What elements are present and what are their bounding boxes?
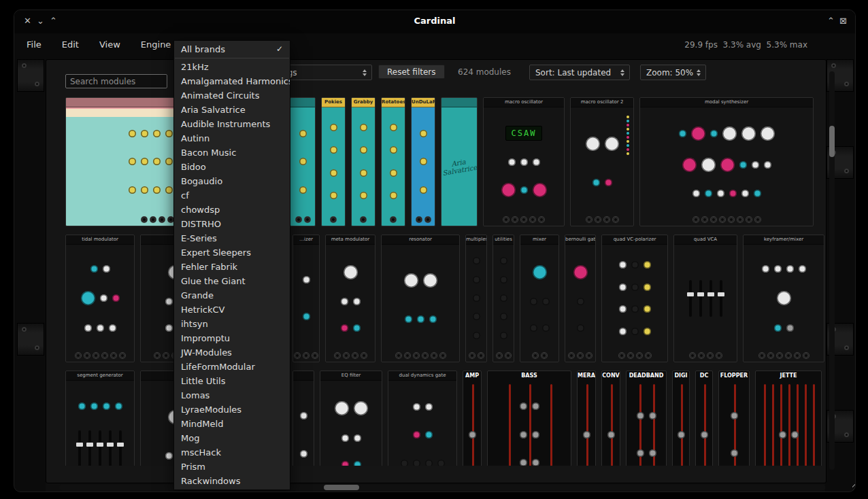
module-card[interactable] xyxy=(293,371,314,466)
module-card[interactable]: JETTE xyxy=(755,371,822,466)
module-card[interactable]: FLOPPER xyxy=(718,371,750,466)
jack-port xyxy=(786,353,791,358)
module-panel: CSAW xyxy=(484,107,564,216)
brand-menu-item[interactable]: ihtsyn xyxy=(174,317,290,331)
module-card[interactable]: Pokies xyxy=(321,97,346,226)
module-card[interactable]: tidal modulator xyxy=(65,235,135,362)
brand-menu-item[interactable]: chowdsp xyxy=(174,203,290,217)
menu-edit[interactable]: Edit xyxy=(61,38,80,51)
zoom-dropdown[interactable]: Zoom: 50% xyxy=(640,65,706,80)
brand-menu-item[interactable]: Impromptu xyxy=(174,331,290,345)
brand-menu-item-label: cf xyxy=(181,188,189,203)
brand-menu-item[interactable]: Autinn xyxy=(174,131,290,145)
brand-menu-item[interactable]: Little Utils xyxy=(174,374,290,388)
module-card[interactable]: macro oscillatorCSAW xyxy=(483,97,565,226)
module-card[interactable]: bernoulli gate xyxy=(565,235,596,362)
knob xyxy=(413,403,420,411)
knob xyxy=(109,324,116,332)
brand-menu-item[interactable]: Bacon Music xyxy=(174,145,290,160)
knob xyxy=(754,190,761,197)
module-card[interactable]: keyframer/mixer xyxy=(743,235,824,362)
reset-filters-button[interactable]: Reset filters xyxy=(378,65,445,79)
menu-view[interactable]: View xyxy=(98,38,122,51)
module-panel xyxy=(488,380,571,466)
knob xyxy=(637,412,644,419)
brand-menu-item[interactable]: Mog xyxy=(174,431,290,445)
search-input[interactable] xyxy=(65,74,167,88)
module-card[interactable]: BASS xyxy=(487,371,571,466)
brand-menu-item[interactable]: mscHack xyxy=(174,445,290,460)
module-card[interactable]: …izer xyxy=(293,235,320,362)
jack-port xyxy=(699,353,704,358)
brand-menu-item[interactable]: LifeFormModular xyxy=(174,360,290,374)
knob xyxy=(731,412,738,419)
module-card[interactable]: AMP xyxy=(463,371,482,466)
knob xyxy=(701,431,708,438)
module-card[interactable]: quad VCA xyxy=(673,235,737,362)
brand-menu-item[interactable]: Grande xyxy=(174,288,290,303)
brand-menu-item[interactable]: All brands✓ xyxy=(174,42,290,56)
vertical-scrollbar[interactable] xyxy=(829,71,835,470)
knob xyxy=(153,186,161,194)
close-box-icon[interactable]: ⊠ xyxy=(839,16,847,27)
brand-menu-item[interactable]: cf xyxy=(174,188,290,203)
jack-port xyxy=(295,353,300,358)
module-card[interactable]: dual dynamics gate xyxy=(388,371,457,466)
module-card[interactable]: DC xyxy=(695,371,713,466)
module-card[interactable]: mixer xyxy=(520,235,559,362)
brand-menu-item[interactable]: JW-Modules xyxy=(174,345,290,360)
module-card[interactable]: resonator xyxy=(381,235,460,362)
menu-engine[interactable]: Engine xyxy=(139,38,173,51)
module-card[interactable]: MERA xyxy=(577,371,596,466)
brand-menu-item[interactable]: Amalgamated Harmonics xyxy=(174,74,290,88)
brand-menu-item[interactable]: 21kHz xyxy=(174,60,290,74)
brand-menu-item[interactable]: Rackwindows xyxy=(174,474,290,488)
knob xyxy=(605,137,619,151)
knob xyxy=(425,431,433,438)
sort-dropdown[interactable]: Sort: Last updated xyxy=(529,65,630,80)
menu-file[interactable]: File xyxy=(25,38,43,51)
module-card[interactable]: quad VC-polarizer xyxy=(601,235,668,362)
module-card[interactable]: utilities xyxy=(493,235,514,362)
knob xyxy=(741,190,749,197)
module-card[interactable]: Rotatoes xyxy=(381,97,405,226)
module-card[interactable]: EQ filter xyxy=(320,371,382,466)
shade-chevron-icon[interactable]: ⌃ xyxy=(827,16,835,27)
check-icon: ✓ xyxy=(276,42,283,56)
brand-menu-item[interactable]: E-Series xyxy=(174,231,290,245)
module-card[interactable]: Grabby xyxy=(351,97,375,226)
brand-menu-item[interactable]: HetrickCV xyxy=(174,303,290,317)
brand-menu-item[interactable]: Expert Sleepers xyxy=(174,245,290,260)
brand-menu-item[interactable]: DISTRHO xyxy=(174,217,290,231)
brand-menu-item[interactable]: Prism xyxy=(174,460,290,474)
brand-menu-item[interactable]: Bogaudio xyxy=(174,174,290,188)
module-card[interactable]: CONV xyxy=(601,371,620,466)
brand-menu-item[interactable]: LyraeModules xyxy=(174,402,290,417)
vertical-scrollbar-thumb[interactable] xyxy=(829,126,835,157)
brand-menu-item[interactable]: Fehler Fabrik xyxy=(174,260,290,274)
module-card[interactable]: UnDuLaR xyxy=(411,97,435,226)
knob xyxy=(341,461,349,466)
resize-grip[interactable] xyxy=(852,483,856,492)
jack-port xyxy=(431,353,437,358)
module-card[interactable] xyxy=(290,97,316,226)
brand-menu-item[interactable]: Lomas xyxy=(174,388,290,402)
knob xyxy=(420,158,427,165)
brand-menu-item[interactable]: Aria Salvatrice xyxy=(174,103,290,117)
module-card[interactable]: Aria Salvatrice xyxy=(441,97,478,226)
horizontal-scrollbar-thumb[interactable] xyxy=(324,485,359,490)
module-title: DEADBAND xyxy=(627,371,666,380)
module-card[interactable]: DEADBAND xyxy=(626,371,667,466)
module-card[interactable]: segment generator xyxy=(65,371,135,466)
brand-menu-item[interactable]: Bidoo xyxy=(174,160,290,174)
brand-menu-item[interactable]: MindMeld xyxy=(174,417,290,431)
module-card[interactable]: macro oscillator 2 xyxy=(570,97,634,226)
module-card[interactable]: DIGI xyxy=(672,371,690,466)
brand-menu-item[interactable]: Glue the Giant xyxy=(174,274,290,288)
brand-menu-item[interactable]: Audible Instruments xyxy=(174,117,290,131)
module-card[interactable]: meta modulator xyxy=(325,235,375,362)
jack-port xyxy=(111,353,116,358)
module-card[interactable]: modal synthesizer xyxy=(639,97,814,226)
module-card[interactable]: multiples xyxy=(465,235,487,362)
brand-menu-item[interactable]: Animated Circuits xyxy=(174,88,290,103)
